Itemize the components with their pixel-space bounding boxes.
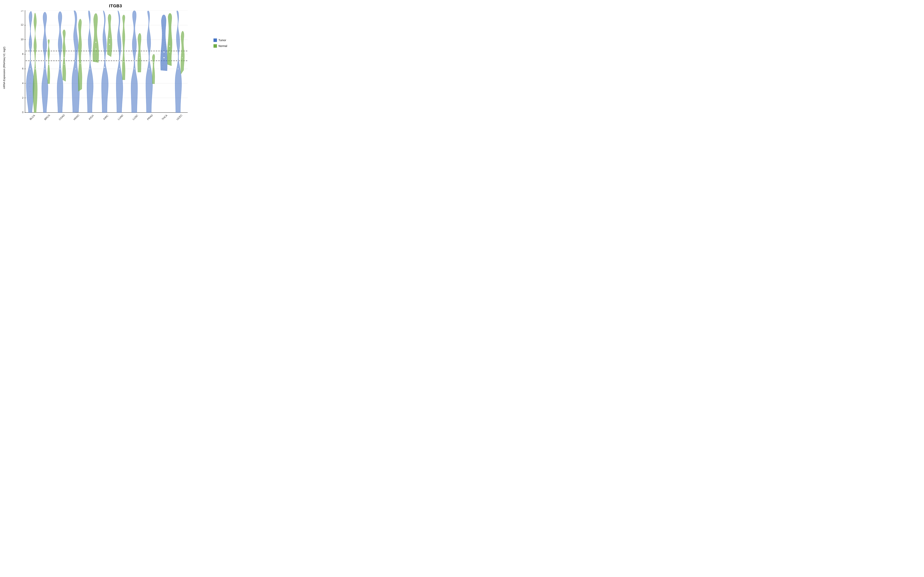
svg-rect-90 [31, 50, 31, 50]
svg-rect-106 [163, 38, 164, 38]
violin-brca-tumor [42, 12, 48, 113]
chart-container: ITGB3 mRNA Expression (RNASeq V2, log2) … [0, 0, 231, 144]
svg-point-51 [80, 63, 81, 64]
svg-rect-84 [30, 68, 31, 68]
svg-point-41 [35, 60, 36, 61]
svg-rect-89 [30, 53, 30, 53]
svg-rect-98 [30, 26, 31, 27]
svg-text:PRAD: PRAD [147, 114, 153, 121]
svg-point-62 [123, 61, 124, 62]
svg-point-65 [139, 57, 140, 58]
legend: Tumor Normal [213, 39, 227, 48]
svg-point-45 [60, 68, 61, 69]
svg-point-58 [109, 44, 110, 45]
svg-text:BRCA: BRCA [44, 114, 51, 121]
legend-item-normal: Normal [213, 44, 227, 48]
svg-point-67 [149, 60, 150, 61]
svg-rect-111 [165, 49, 165, 50]
svg-point-42 [44, 68, 45, 69]
legend-color-tumor [213, 39, 217, 42]
svg-point-69 [163, 57, 165, 58]
violin-lusc-tumor [131, 11, 137, 113]
svg-rect-88 [30, 55, 31, 56]
violin-luad-tumor [116, 11, 123, 113]
svg-text:COAD: COAD [58, 114, 65, 121]
violin-ucec-tumor [175, 11, 182, 113]
svg-rect-85 [31, 64, 31, 65]
svg-rect-100 [31, 21, 31, 21]
svg-point-61 [119, 60, 120, 61]
violin-brca-normal [48, 39, 50, 84]
svg-point-47 [64, 64, 65, 65]
svg-text:KICH: KICH [88, 114, 95, 121]
svg-rect-95 [31, 36, 31, 36]
svg-point-64 [134, 60, 135, 61]
svg-point-38 [30, 68, 31, 69]
svg-text:BLCA: BLCA [29, 114, 36, 121]
svg-point-48 [64, 57, 65, 58]
violin-coad-normal [63, 30, 66, 81]
svg-point-40 [35, 68, 36, 69]
svg-rect-86 [30, 61, 31, 62]
violin-hnsc-normal [78, 19, 82, 91]
y-axis-label: mRNA Expression (RNASeq V2, log2) [3, 47, 6, 89]
svg-text:14: 14 [21, 11, 24, 12]
svg-rect-83 [29, 72, 30, 72]
svg-point-59 [109, 38, 110, 39]
violin-coad-tumor [57, 11, 63, 113]
main-chart-svg: 0 2 4 6 8 10 12 14 [13, 11, 188, 125]
svg-rect-81 [31, 79, 31, 79]
svg-rect-103 [162, 31, 163, 31]
svg-text:10: 10 [21, 38, 24, 41]
svg-rect-79 [29, 87, 30, 87]
svg-rect-76 [29, 99, 30, 100]
svg-rect-97 [30, 29, 30, 30]
svg-text:LUAD: LUAD [117, 114, 124, 121]
svg-text:12: 12 [21, 23, 24, 26]
svg-rect-91 [30, 47, 31, 47]
svg-point-44 [48, 64, 49, 65]
svg-point-43 [44, 60, 45, 61]
svg-point-39 [30, 60, 31, 61]
svg-text:UCEC: UCEC [176, 114, 183, 121]
violin-hnsc-tumor [72, 11, 79, 113]
violin-lusc-normal [137, 33, 141, 72]
svg-text:6: 6 [22, 67, 24, 70]
chart-title: ITGB3 [0, 0, 231, 8]
violin-thca-tumor [160, 15, 167, 71]
svg-rect-93 [30, 42, 31, 42]
svg-rect-77 [30, 95, 30, 95]
svg-rect-119 [162, 68, 163, 68]
svg-point-49 [75, 68, 76, 69]
svg-rect-115 [164, 58, 164, 59]
violin-prad-normal [152, 54, 155, 84]
svg-rect-107 [164, 40, 164, 40]
svg-point-54 [95, 49, 97, 50]
svg-rect-92 [30, 44, 30, 45]
svg-rect-80 [30, 83, 30, 83]
svg-point-73 [178, 68, 179, 69]
svg-rect-82 [30, 75, 30, 76]
svg-rect-104 [163, 33, 163, 34]
svg-text:0: 0 [22, 111, 24, 114]
svg-point-75 [182, 57, 183, 58]
violin-thca-normal [167, 13, 172, 66]
svg-rect-94 [30, 39, 30, 39]
legend-item-tumor: Tumor [213, 39, 227, 42]
svg-point-52 [89, 68, 90, 69]
svg-point-55 [95, 42, 97, 43]
svg-rect-117 [163, 63, 163, 63]
svg-point-57 [104, 59, 105, 60]
svg-point-71 [169, 52, 170, 53]
svg-rect-78 [30, 91, 31, 92]
violin-kirc-tumor [102, 11, 108, 113]
svg-rect-105 [163, 35, 163, 36]
violin-luad-normal [122, 15, 125, 80]
svg-text:LUSC: LUSC [132, 114, 139, 121]
svg-text:HNSC: HNSC [73, 114, 80, 121]
svg-rect-108 [164, 42, 165, 43]
svg-text:KIRC: KIRC [103, 114, 109, 121]
violin-blca-normal [33, 13, 37, 113]
svg-text:4: 4 [22, 82, 24, 85]
svg-point-56 [104, 67, 105, 68]
